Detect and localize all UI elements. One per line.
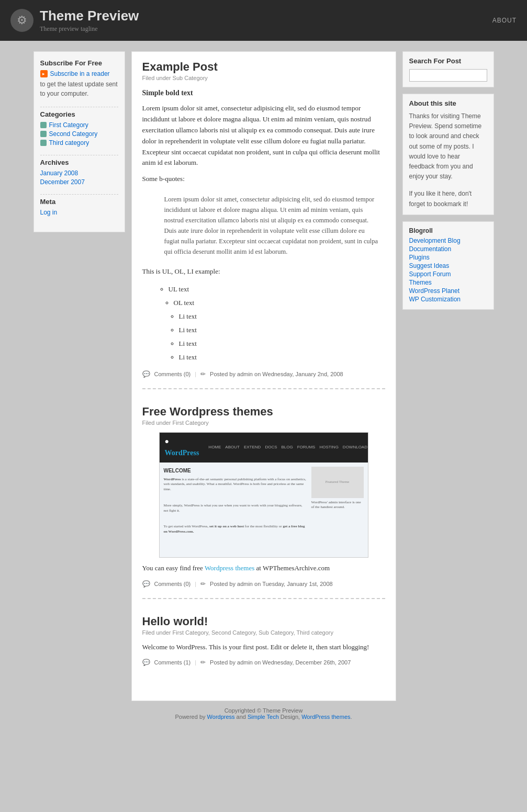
blogroll-item: Documentation — [409, 245, 487, 253]
cat-link-first-category[interactable]: First Category — [49, 121, 88, 129]
wp-ss-desc1: WordPress is a state-of-the-art semantic… — [164, 477, 307, 492]
subscribe-title: Subscribe For Free — [40, 59, 118, 67]
cat-link-third-category[interactable]: Third category — [49, 139, 89, 146]
site-logo-icon: ⚙ — [10, 9, 33, 32]
wp-ss-nav-blog: BLOG — [282, 444, 293, 451]
list-ul-item: UL text OL text Li text Li text Li text … — [169, 283, 385, 364]
post-author-1: Posted by admin on Wednesday, January 2n… — [210, 371, 343, 377]
list-ol-item: OL text Li text Li text Li text Li text — [174, 296, 385, 364]
post-bold-heading: Simple bold text — [142, 87, 385, 99]
about-text-1: Thanks for visiting Theme Preview. Spend… — [409, 111, 487, 182]
meta-title: Meta — [40, 198, 118, 206]
nav-about-link[interactable]: ABOUT — [492, 17, 517, 24]
outer-wrapper: Subscribe For Free ▸ Subscribe in a read… — [28, 51, 499, 730]
search-widget: Search For Post — [402, 51, 494, 87]
comment-icon-1: 💬 — [142, 370, 150, 378]
cat-item-third-category: Third category — [40, 139, 118, 146]
rss-link-row: ▸ Subscribe in a reader — [40, 70, 118, 77]
categories-section: Categories First CategorySecond Category… — [40, 110, 118, 146]
post-title-2: Free Wordpress themes — [142, 405, 385, 419]
post-footer-2: 💬 Comments (0) | ✏ Posted by admin on Tu… — [142, 580, 385, 588]
wp-ss-header: ● WordPress HOME ABOUT EXTEND DOCS BLOG … — [160, 433, 368, 463]
blogroll-link[interactable]: Support Forum — [409, 270, 451, 278]
archive-link[interactable]: December 2007 — [40, 178, 85, 186]
wp-themes-link[interactable]: Wordpress themes — [205, 564, 254, 572]
subscribe-section: Subscribe For Free ▸ Subscribe in a read… — [40, 59, 118, 98]
blogroll-link[interactable]: Themes — [409, 279, 432, 286]
wp-ss-nav: HOME ABOUT EXTEND DOCS BLOG FORUMS HOSTI… — [208, 444, 367, 451]
rss-subscribe-link[interactable]: Subscribe in a reader — [50, 70, 110, 77]
blogroll-link[interactable]: Suggest Ideas — [409, 262, 450, 269]
archive-link[interactable]: January 2008 — [40, 170, 79, 177]
post-filed-1: Filed under Sub Category — [142, 75, 385, 81]
blogroll-link[interactable]: Documentation — [409, 245, 452, 253]
footer-copyright: Copyrighted © Theme Preview — [33, 707, 494, 714]
post-footer-1: 💬 Comments (0) | ✏ Posted by admin on We… — [142, 370, 385, 378]
wp-theme-box: Featured Theme — [311, 467, 364, 498]
cat-item-first-category: First Category — [40, 121, 118, 129]
wp-ss-desc3: To get started with WordPress, set it up… — [164, 524, 307, 535]
post-hello-world: Hello world! Filed under First Category,… — [142, 615, 385, 677]
post-example-post: Example Post Filed under Sub Category Si… — [142, 60, 385, 389]
pen-icon-3: ✏ — [200, 659, 206, 666]
wp-screenshot-inner: ● WordPress HOME ABOUT EXTEND DOCS BLOG … — [160, 433, 368, 557]
meta-link[interactable]: Log in — [40, 209, 58, 216]
post-author-2: Posted by admin on Tuesday, January 1st,… — [210, 581, 333, 587]
list-li-2: Li text — [179, 323, 385, 337]
wp-ss-left: WELCOME WordPress is a state-of-the-art … — [164, 467, 307, 553]
footer-simpletech-link[interactable]: Simple Tech — [248, 714, 279, 720]
wp-ss-theme-text: WordPress' admin interface is one of the… — [311, 500, 364, 511]
main-layout: Subscribe For Free ▸ Subscribe in a read… — [33, 51, 494, 701]
post-title-1: Example Post — [142, 60, 385, 74]
divider-3 — [40, 194, 118, 195]
blogroll-item: Plugins — [409, 254, 487, 261]
blogroll-item: Development Blog — [409, 237, 487, 244]
categories-list: First CategorySecond CategoryThird categ… — [40, 121, 118, 146]
blogroll-link[interactable]: WordPress Planet — [409, 287, 460, 295]
post-body-3: Welcome to WordPress. This is your first… — [142, 642, 385, 653]
post-filed-2: Filed under First Category — [142, 420, 385, 426]
post-body-1: Simple bold text Lorem ipsum dolor sit a… — [142, 87, 385, 364]
wp-ss-body: WELCOME WordPress is a state-of-the-art … — [160, 463, 368, 557]
search-input[interactable] — [409, 69, 487, 82]
archives-title: Archives — [40, 159, 118, 166]
wp-ss-nav-home: HOME — [208, 444, 221, 451]
post-para-3: Welcome to WordPress. This is your first… — [142, 642, 385, 653]
post-title-3: Hello world! — [142, 615, 385, 628]
post-body-2: ● WordPress HOME ABOUT EXTEND DOCS BLOG … — [142, 432, 385, 574]
wp-ss-nav-forums: FORUMS — [297, 444, 316, 451]
meta-section: Meta Log in — [40, 198, 118, 216]
wp-screenshot: ● WordPress HOME ABOUT EXTEND DOCS BLOG … — [159, 432, 368, 558]
post-free-wp-themes: Free Wordpress themes Filed under First … — [142, 405, 385, 599]
cat-item-second-category: Second Category — [40, 130, 118, 138]
cat-icon — [40, 131, 47, 137]
footer-wordpress-link[interactable]: Wordpress — [207, 714, 235, 720]
wp-ss-right: Featured Theme WordPress' admin interfac… — [311, 467, 364, 553]
blogroll-item: WP Customization — [409, 296, 487, 303]
blogroll-link[interactable]: WP Customization — [409, 296, 461, 303]
search-widget-title: Search For Post — [409, 57, 487, 65]
header-nav: ABOUT — [492, 16, 517, 25]
archives-section: Archives January 2008December 2007 — [40, 159, 118, 186]
wp-ss-desc2: More simply, WordPress is what you use w… — [164, 503, 307, 514]
cat-icon — [40, 122, 47, 128]
about-text-2: If you like it here, don't forget to boo… — [409, 189, 487, 209]
header-left: ⚙ Theme Preview Theme preview tagline — [10, 8, 139, 33]
blogroll-link[interactable]: Plugins — [409, 254, 430, 261]
archive-item: January 2008 — [40, 170, 118, 177]
bquote-label: Some b-quotes: — [142, 174, 385, 185]
about-widget-title: About this site — [409, 99, 487, 107]
blogroll-item: Themes — [409, 279, 487, 286]
wp-ss-welcome: WELCOME — [164, 467, 307, 475]
blogroll-link[interactable]: Development Blog — [409, 237, 461, 244]
archives-list: January 2008December 2007 — [40, 170, 118, 186]
pen-icon-2: ✏ — [200, 580, 206, 588]
wp-ss-nav-docs: DOCS — [265, 444, 277, 451]
meta-item: Log in — [40, 209, 118, 216]
main-content: Example Post Filed under Sub Category Si… — [131, 51, 396, 701]
blogroll-item: Suggest Ideas — [409, 262, 487, 269]
footer-wpthemes-link[interactable]: WordPress themes — [301, 714, 350, 720]
site-tagline: Theme preview tagline — [40, 25, 139, 33]
wp-ss-nav-hosting: HOSTING — [319, 444, 338, 451]
cat-link-second-category[interactable]: Second Category — [49, 130, 98, 138]
